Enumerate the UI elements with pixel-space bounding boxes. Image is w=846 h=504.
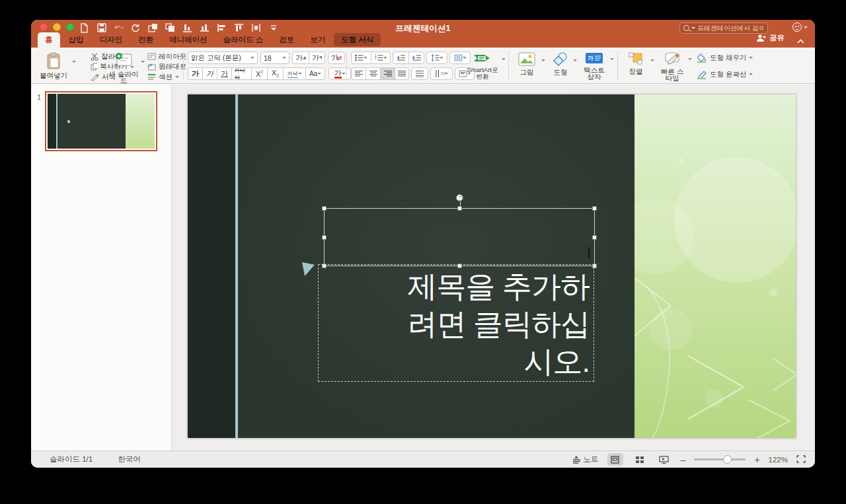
main-area: 1 [31,85,815,450]
feedback-menu[interactable] [792,22,808,32]
search-field[interactable] [679,22,768,34]
up-arrow-icon [303,56,306,59]
align-left-icon [355,70,363,77]
numbering-button[interactable]: 12 [371,52,391,64]
shape-outline-button[interactable]: 도형 윤곽선 [697,70,777,79]
search-input[interactable] [697,24,763,32]
slideshow-view-button[interactable] [656,453,672,466]
resize-handle-mid-right[interactable] [592,235,597,240]
arrange-chevron-icon[interactable] [650,59,654,61]
font-size-combo[interactable]: 18 [260,52,289,64]
zoom-out-button[interactable]: – [681,454,686,465]
resize-handle-top-left[interactable] [322,206,327,211]
numbered-list-icon: 12 [375,54,383,61]
text-box-chevron-icon[interactable] [610,58,614,60]
section-chevron-icon [175,76,179,78]
new-slide-button[interactable]: 새 슬라이드 [108,52,139,85]
quick-styles-chevron-icon[interactable] [688,58,692,60]
tab-home[interactable]: 홈 [38,32,60,48]
paint-bucket-icon [697,54,707,63]
arrange-icon [628,52,644,67]
ribbon: 붙여넣기 잘라내기 복사하기 서식 새 슬라이드 [31,48,815,84]
slide[interactable]: 제목을 추가하 려면 클릭하십 시오. [188,94,796,438]
shape-outline-label: 도형 윤곽선 [710,70,746,79]
justify-icon [398,70,406,77]
share-button[interactable]: 공유 [756,33,785,43]
quick-styles-label: 빠른 스타일 [658,68,687,81]
convert-smartart-button[interactable]: SmartArt로 변환 [465,52,500,80]
resize-handle-top-right[interactable] [592,206,597,211]
collapse-ribbon-button[interactable] [797,34,804,46]
zoom-in-button[interactable]: + [754,454,759,465]
text-box-button[interactable]: 가 텍스트 상자 [580,52,609,80]
strikethrough-button[interactable]: 가나다 [231,67,251,80]
notes-label: 노트 [584,454,599,464]
align-center-button[interactable] [365,67,380,80]
search-scope-chevron-icon [691,27,695,29]
increase-indent-button[interactable] [408,52,424,64]
text-direction-button[interactable] [411,67,428,80]
rotation-handle[interactable] [456,194,463,201]
chevron-down-icon [804,26,808,28]
format-brush-icon [91,73,99,81]
font-name-combo[interactable]: 맑은 고딕 (본문) [188,52,258,64]
align-left-button[interactable] [351,67,365,80]
tab-review[interactable]: 검토 [272,32,301,48]
justify-button[interactable] [395,67,409,80]
tab-slideshow[interactable]: 슬라이드 쇼 [216,32,271,48]
shrink-font-button[interactable]: 가 [309,52,325,64]
title-placeholder-text: 제목을 추가하 려면 클릭하십 시오. [319,268,590,380]
clear-formatting-button[interactable]: 가 [328,52,345,64]
bold-button[interactable]: 가 [188,67,202,80]
underline-button[interactable]: 가 [217,67,231,80]
zoom-slider[interactable] [694,458,746,460]
italic-button[interactable]: 가 [202,67,217,80]
smartart-chevron-icon[interactable] [502,58,506,60]
quick-styles-button[interactable]: 빠른 스타일 [658,52,687,81]
character-spacing-button[interactable]: 가낙 [283,67,305,80]
tab-view[interactable]: 보기 [303,32,332,48]
slide-sorter-view-button[interactable] [632,453,648,466]
subtitle-text-box[interactable] [324,208,595,266]
language-indicator[interactable]: 한국어 [118,454,141,464]
picture-chevron-icon[interactable] [541,59,545,61]
notes-button[interactable]: 노트 [572,454,599,464]
line-spacing-icon [431,54,440,61]
smiley-icon [792,22,802,32]
line-spacing-button[interactable] [426,52,447,64]
text-cursor [588,247,590,258]
subscript-button[interactable]: X2 [267,67,283,80]
picture-button[interactable]: 그림 [514,52,540,75]
tab-design[interactable]: 디자인 [93,32,130,48]
resize-handle-mid-left[interactable] [322,235,327,240]
grow-font-button[interactable]: 가 [292,52,309,64]
tab-transitions[interactable]: 전환 [131,32,161,48]
superscript-button[interactable]: X2 [251,67,267,80]
change-case-button[interactable]: Aa [305,67,325,80]
zoom-slider-thumb[interactable] [723,455,732,464]
slide-thumbnail[interactable] [45,91,157,151]
text-orientation-button[interactable]: 가 [430,67,453,80]
slide-left-band [188,94,235,438]
shape-fill-button[interactable]: 도형 채우기 [697,54,777,62]
tab-shape-format[interactable]: 도형 서식 [334,33,381,46]
tab-insert[interactable]: 삽입 [61,32,91,48]
new-slide-chevron-icon[interactable] [141,61,145,63]
shapes-button[interactable]: 도형 [548,52,573,75]
decrease-indent-button[interactable] [393,52,408,64]
thumbnail-preview [48,94,155,149]
ribbon-tabs: 홈 삽입 디자인 전환 애니메이션 슬라이드 쇼 검토 보기 도형 서식 [38,32,381,48]
arrange-button[interactable]: 정렬 [623,52,649,75]
align-center-icon [369,70,377,77]
title-placeholder[interactable]: 제목을 추가하 려면 클릭하십 시오. [318,264,594,382]
shapes-chevron-icon[interactable] [573,59,577,61]
font-color-button[interactable]: 가 [328,67,351,80]
resize-handle-top-center[interactable] [457,206,462,211]
zoom-level[interactable]: 122% [769,456,788,464]
align-right-button[interactable] [380,67,395,80]
normal-view-button[interactable] [607,453,623,466]
bullets-button[interactable] [351,52,371,64]
fit-to-window-button[interactable] [796,455,806,464]
tab-animations[interactable]: 애니메이션 [162,32,215,48]
title-line-2: 려면 클릭하십 [319,305,590,343]
